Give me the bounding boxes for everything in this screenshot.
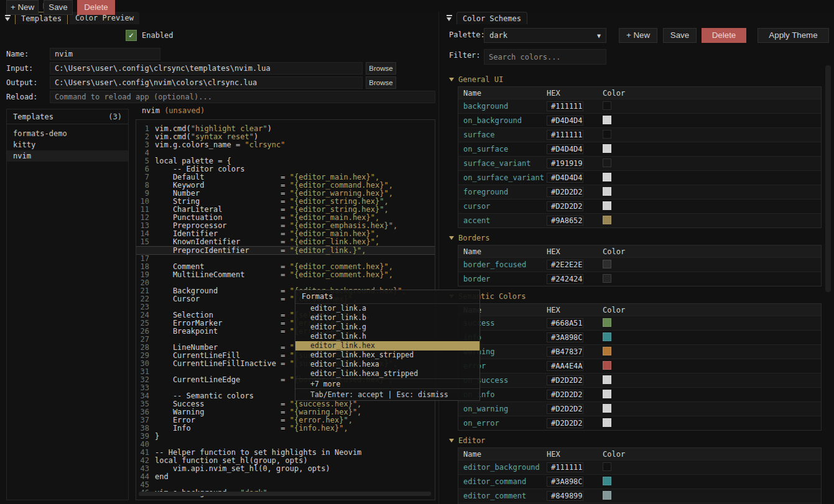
- output-path-field[interactable]: [50, 76, 363, 89]
- popup-format-item[interactable]: editor_link.hex_stripped: [295, 351, 480, 360]
- hex-value-field[interactable]: #111111: [547, 462, 583, 472]
- enabled-checkbox[interactable]: ✓: [126, 30, 137, 41]
- color-row[interactable]: editor_comment#849899: [458, 488, 821, 503]
- section-header[interactable]: General UI: [442, 75, 825, 85]
- color-row[interactable]: editor_background#111111: [458, 460, 821, 474]
- color-row[interactable]: border_focused#2E2E2E: [458, 257, 821, 272]
- color-swatch[interactable]: [603, 274, 611, 283]
- popup-format-item[interactable]: editor_link.a: [295, 304, 480, 313]
- hex-value-field[interactable]: #9A8652: [547, 216, 583, 226]
- hex-value-field[interactable]: #242424: [547, 274, 583, 284]
- editor-horizontal-scrollbar[interactable]: [139, 492, 431, 496]
- hex-value-field[interactable]: #D2D2D2: [547, 404, 583, 414]
- popup-more-item[interactable]: +7 more: [295, 378, 480, 388]
- output-browse-button[interactable]: Browse: [366, 76, 396, 89]
- popup-format-item[interactable]: editor_link.hexa: [295, 360, 480, 369]
- color-row[interactable]: on_warning#D2D2D2: [458, 401, 821, 416]
- color-row[interactable]: on_surface#D4D4D4: [458, 142, 821, 156]
- hex-value-field[interactable]: #D4D4D4: [547, 173, 583, 183]
- hex-value-field[interactable]: #D2D2D2: [547, 201, 583, 211]
- hex-value-field[interactable]: #2E2E2E: [547, 260, 583, 270]
- apply-theme-button[interactable]: Apply Theme: [758, 28, 829, 43]
- color-row[interactable]: surface_variant#191919: [458, 156, 821, 170]
- color-row[interactable]: info#3A898C: [458, 330, 821, 344]
- hex-value-field[interactable]: #D2D2D2: [547, 390, 583, 400]
- hex-value-field[interactable]: #B47837: [547, 347, 583, 357]
- popup-format-item[interactable]: editor_link.b: [295, 313, 480, 323]
- color-row[interactable]: on_info#D2D2D2: [458, 387, 821, 401]
- color-row[interactable]: surface#111111: [458, 127, 821, 142]
- input-browse-button[interactable]: Browse: [366, 62, 396, 75]
- input-path-field[interactable]: [50, 62, 363, 75]
- collapse-panel-icon[interactable]: [446, 14, 453, 22]
- color-swatch[interactable]: [603, 101, 611, 110]
- color-swatch[interactable]: [603, 116, 611, 124]
- color-row[interactable]: error#AA4E4A: [458, 359, 821, 373]
- color-row[interactable]: foreground#D2D2D2: [458, 185, 821, 199]
- color-search-input[interactable]: [484, 49, 606, 65]
- color-swatch[interactable]: [603, 158, 611, 167]
- color-swatch[interactable]: [603, 332, 611, 341]
- color-swatch[interactable]: [603, 347, 611, 355]
- color-row[interactable]: on_surface_variant#D4D4D4: [458, 170, 821, 185]
- color-row[interactable]: warning#B47837: [458, 344, 821, 359]
- color-swatch[interactable]: [603, 260, 611, 268]
- popup-format-item[interactable]: editor_link.hexa_stripped: [295, 369, 480, 378]
- section-header[interactable]: Semantic Colors: [442, 291, 825, 301]
- right-vertical-scrollbar[interactable]: [825, 65, 831, 292]
- color-row[interactable]: on_background#D4D4D4: [458, 113, 821, 127]
- color-swatch[interactable]: [603, 361, 611, 370]
- hex-value-field[interactable]: #D2D2D2: [547, 187, 583, 197]
- hex-value-field[interactable]: #3A898C: [547, 477, 583, 487]
- template-list-item[interactable]: nvim: [7, 150, 128, 162]
- color-swatch[interactable]: [603, 375, 611, 384]
- template-list-item[interactable]: kitty: [7, 139, 128, 150]
- color-swatch[interactable]: [603, 144, 611, 153]
- color-swatch[interactable]: [603, 201, 611, 210]
- palette-delete-button[interactable]: Delete: [702, 28, 746, 43]
- color-row[interactable]: editor_command#3A898C: [458, 474, 821, 488]
- section-header[interactable]: Borders: [442, 233, 825, 243]
- hex-value-field[interactable]: #111111: [547, 130, 583, 140]
- color-swatch[interactable]: [603, 491, 611, 500]
- popup-format-item[interactable]: editor_link.g: [295, 323, 480, 332]
- tab-color-schemes[interactable]: Color Schemes: [456, 12, 527, 24]
- hex-value-field[interactable]: #AA4E4A: [547, 361, 583, 371]
- color-swatch[interactable]: [603, 318, 611, 327]
- color-swatch[interactable]: [603, 390, 611, 398]
- color-row[interactable]: on_success#D2D2D2: [458, 373, 821, 387]
- popup-format-item[interactable]: editor_link.hex: [295, 341, 480, 351]
- color-row[interactable]: on_error#D2D2D2: [458, 416, 821, 430]
- color-swatch[interactable]: [603, 418, 611, 427]
- hex-value-field[interactable]: #D4D4D4: [547, 144, 583, 154]
- color-swatch[interactable]: [603, 187, 611, 196]
- palette-save-button[interactable]: Save: [663, 28, 697, 43]
- hex-value-field[interactable]: #D4D4D4: [547, 116, 583, 126]
- color-swatch[interactable]: [603, 216, 611, 224]
- template-delete-button[interactable]: Delete: [77, 0, 115, 15]
- popup-format-item[interactable]: editor_link.h: [295, 332, 480, 341]
- palette-dropdown[interactable]: dark ▼: [484, 28, 606, 43]
- reload-command-field[interactable]: [50, 91, 435, 103]
- hex-value-field[interactable]: #D2D2D2: [547, 375, 583, 385]
- hex-value-field[interactable]: #849899: [547, 491, 583, 501]
- section-header[interactable]: Editor: [442, 436, 825, 446]
- color-swatch[interactable]: [603, 477, 611, 485]
- color-swatch[interactable]: [603, 173, 611, 181]
- hex-value-field[interactable]: #111111: [547, 101, 583, 111]
- color-swatch[interactable]: [603, 130, 611, 139]
- color-swatch[interactable]: [603, 404, 611, 413]
- template-list-item[interactable]: formats-demo: [7, 128, 128, 139]
- color-row[interactable]: accent#9A8652: [458, 213, 821, 227]
- hex-value-field[interactable]: #D2D2D2: [547, 418, 583, 428]
- color-row[interactable]: border#242424: [458, 272, 821, 286]
- hex-value-field[interactable]: #191919: [547, 158, 583, 168]
- name-input[interactable]: [50, 48, 160, 60]
- template-save-button[interactable]: Save: [44, 0, 73, 15]
- color-row[interactable]: success#668A51: [458, 316, 821, 330]
- template-new-button[interactable]: + New: [6, 0, 39, 15]
- color-row[interactable]: cursor#D2D2D2: [458, 199, 821, 213]
- collapse-panel-icon[interactable]: [4, 14, 12, 22]
- hex-value-field[interactable]: #3A898C: [547, 332, 583, 342]
- color-swatch[interactable]: [603, 462, 611, 471]
